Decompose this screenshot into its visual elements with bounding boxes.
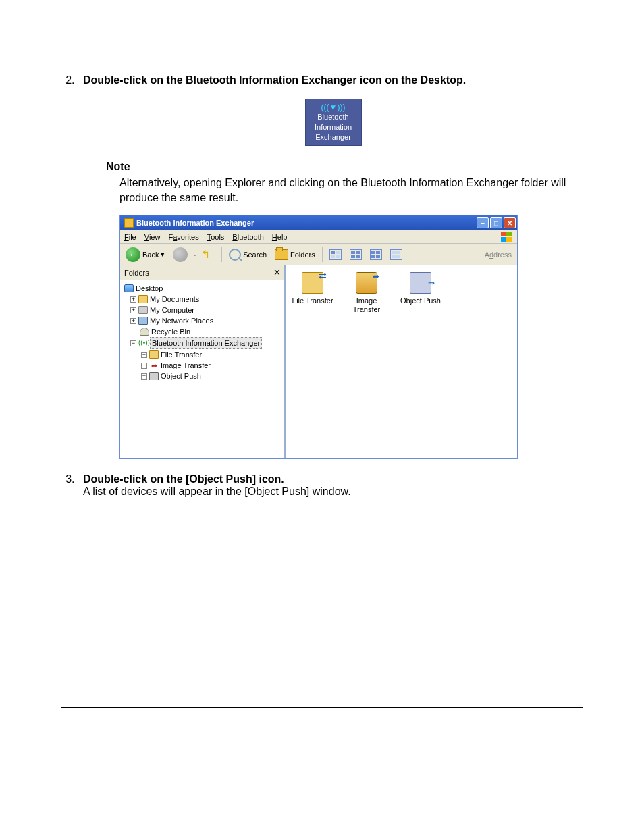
folders-pane-title: Folders [124,269,272,277]
toolbar-separator [221,247,222,262]
search-icon [229,249,241,261]
tree-node-img[interactable]: +➦Image Transfer [124,360,281,371]
item-caption: File Transfer [291,296,334,305]
folder-up-icon: ↰ [201,248,215,261]
search-button[interactable]: Search [226,247,269,262]
collapse-icon[interactable]: − [130,340,136,346]
menu-help[interactable]: Help [272,233,288,241]
address-label[interactable]: Address [485,251,514,259]
toolbar: ←Back▾ → - ↰ Search Folders Address [120,244,517,265]
window-body: Folders ✕ Desktop +My Documents +My Comp… [120,265,517,458]
item-object-push[interactable]: Object Push [399,272,442,305]
step-3-body: A list of devices will appear in the [Ob… [83,486,351,497]
item-file-transfer[interactable]: File Transfer [291,272,334,305]
tree-node-desktop[interactable]: Desktop [124,283,281,294]
item-image-transfer[interactable]: Image Transfer [345,272,388,314]
tree-node-mydocs[interactable]: +My Documents [124,294,281,305]
footer-rule [61,707,583,708]
item-caption: Object Push [399,296,442,305]
expand-icon[interactable]: + [141,363,147,369]
windows-logo-icon [501,232,513,242]
close-folders-pane-button[interactable]: ✕ [272,268,281,278]
forward-arrow-icon: → [173,247,188,262]
view-mode-icon [370,249,382,260]
document-page: Double-click on the Bluetooth Informatio… [61,74,583,708]
window-icon [124,218,134,228]
up-button[interactable]: ↰ [198,246,217,263]
back-button[interactable]: ←Back▾ [123,246,167,263]
expand-icon[interactable]: + [141,352,147,358]
folders-pane-header: Folders ✕ [120,265,284,280]
menubar: File View Favorites Tools Bluetooth Help [120,230,517,244]
antenna-icon: (((▼))) [307,103,360,111]
menu-file[interactable]: File [124,233,136,241]
tree-label: Recycle Bin [151,326,190,337]
step-2: Double-click on the Bluetooth Informatio… [78,74,583,146]
bluetooth-icon: ((•)) [138,338,148,348]
tree-node-ft[interactable]: +File Transfer [124,349,281,360]
note-body: Alternatively, opening Explorer and clic… [119,176,583,206]
menu-tools[interactable]: Tools [207,233,225,241]
view-details-button[interactable] [367,248,385,261]
search-label: Search [243,251,267,259]
tree-node-bin[interactable]: Recycle Bin [124,326,281,337]
view-list-button[interactable] [347,248,365,261]
close-button[interactable]: ✕ [504,217,516,228]
bluetooth-exchanger-desktop-icon: (((▼))) Bluetooth Information Exchanger [305,99,362,146]
folder-tree: Desktop +My Documents +My Computer +My N… [120,280,284,384]
view-thumbs-button[interactable] [387,248,405,261]
back-dropdown-icon: ▾ [161,250,165,259]
view-mode-icon [350,249,362,260]
view-icons-button[interactable] [327,248,344,261]
back-label: Back [142,251,159,259]
tree-label: File Transfer [161,349,202,360]
tree-label: Object Push [161,371,201,382]
menu-bluetooth[interactable]: Bluetooth [232,233,264,241]
tree-label: Image Transfer [161,360,211,371]
back-arrow-icon: ← [126,247,140,262]
folders-tree-pane: Folders ✕ Desktop +My Documents +My Comp… [120,265,286,458]
expand-icon[interactable]: + [141,373,147,380]
tree-label: Bluetooth Information Exchanger [150,337,262,349]
tree-label: My Computer [150,305,194,315]
folders-button[interactable]: Folders [272,248,318,261]
note-heading: Note [106,161,583,173]
forward-button[interactable]: → [170,246,190,263]
desktop-icon-label-2: Information [307,123,360,132]
toolbar-dash: - [193,251,196,259]
window-titlebar[interactable]: Bluetooth Information Exchanger – □ ✕ [120,215,517,230]
expand-icon[interactable]: + [130,307,136,313]
tree-label: My Network Places [150,315,213,326]
step-2-heading: Double-click on the Bluetooth Informatio… [83,74,466,86]
file-transfer-icon [149,350,159,359]
image-transfer-icon: ➦ [149,360,159,371]
file-transfer-icon [302,272,323,294]
tree-node-bie[interactable]: −((•))Bluetooth Information Exchanger [124,337,281,349]
toolbar-separator [322,247,323,262]
tree-label: My Documents [150,294,199,305]
step-3: Double-click on the [Object Push] icon. … [78,473,583,498]
expand-icon[interactable]: + [130,296,136,303]
menu-view[interactable]: View [144,233,161,241]
maximize-button[interactable]: □ [490,217,502,228]
tree-node-op[interactable]: +Object Push [124,371,281,382]
object-push-icon [410,272,431,294]
menu-favorites[interactable]: Favorites [168,233,198,241]
image-transfer-icon [356,272,377,294]
recycle-bin-icon [140,328,149,336]
folders-icon [275,249,288,260]
window-title: Bluetooth Information Exchanger [136,219,477,227]
expand-icon[interactable]: + [130,318,136,324]
tree-node-mycomp[interactable]: +My Computer [124,305,281,315]
folder-icon [138,295,148,303]
minimize-button[interactable]: – [477,217,489,228]
explorer-window: Bluetooth Information Exchanger – □ ✕ Fi… [119,215,518,459]
step-3-heading: Double-click on the [Object Push] icon. [83,473,284,485]
view-mode-icon [390,249,402,260]
tree-node-mynet[interactable]: +My Network Places [124,315,281,326]
computer-icon [138,306,148,314]
desktop-icon-label-1: Bluetooth [307,113,360,122]
folders-label: Folders [290,251,315,259]
tree-label: Desktop [136,283,163,294]
view-mode-icon [329,249,342,260]
